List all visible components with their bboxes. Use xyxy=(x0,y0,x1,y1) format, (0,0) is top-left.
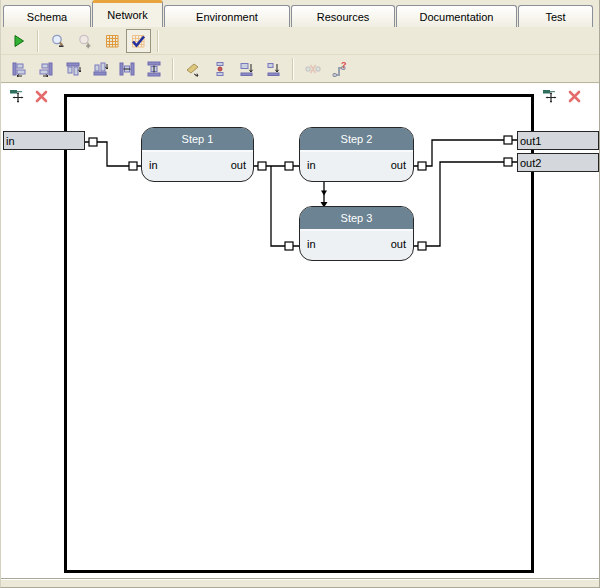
delete-port-icon[interactable] xyxy=(568,90,581,103)
zoom-out-icon xyxy=(50,33,66,49)
toolbar-separator xyxy=(157,30,159,52)
tab-label: Resources xyxy=(317,11,370,23)
zoom-in-button[interactable] xyxy=(72,29,97,53)
node-step2[interactable]: Step 2 in out xyxy=(299,127,414,182)
validate-connections-button[interactable]: ? xyxy=(327,57,352,81)
tab-test[interactable]: Test xyxy=(518,5,593,27)
tab-bar: Schema Network Environment Resources Doc… xyxy=(1,0,599,27)
grid-icon xyxy=(104,33,120,49)
canvas-corner-toolbar-left xyxy=(9,89,48,103)
align-right-icon xyxy=(38,61,54,77)
center-horizontal-icon xyxy=(119,61,135,77)
tab-environment[interactable]: Environment xyxy=(164,5,290,27)
move-port-icon[interactable] xyxy=(542,89,560,103)
status-bar xyxy=(1,578,599,588)
disconnect-icon xyxy=(305,61,321,77)
node-step1[interactable]: Step 1 in out xyxy=(141,127,254,182)
center-vertical-icon xyxy=(146,61,162,77)
node-input-label: in xyxy=(307,159,316,171)
zoom-in-icon xyxy=(77,33,93,49)
move-port-icon[interactable] xyxy=(9,89,27,103)
app-window: Schema Network Environment Resources Doc… xyxy=(0,0,600,588)
tab-schema[interactable]: Schema xyxy=(3,5,91,27)
run-icon xyxy=(11,33,27,49)
align-bottom-icon xyxy=(92,61,108,77)
tab-network[interactable]: Network xyxy=(92,0,163,27)
tab-resources[interactable]: Resources xyxy=(291,5,395,27)
grid-check-icon xyxy=(130,33,147,49)
node-step3[interactable]: Step 3 in out xyxy=(299,206,414,261)
space-down-button[interactable] xyxy=(207,57,232,81)
space-across-icon xyxy=(185,61,201,77)
same-width-icon xyxy=(239,61,255,77)
toolbar-separator xyxy=(37,30,39,52)
toolbar-row1 xyxy=(1,27,599,55)
tab-label: Test xyxy=(545,11,565,23)
node-title: Step 3 xyxy=(300,207,413,231)
align-bottom-button[interactable] xyxy=(87,57,112,81)
node-title: Step 1 xyxy=(142,128,253,152)
snap-grid-toggle[interactable] xyxy=(126,29,151,53)
space-across-button[interactable] xyxy=(180,57,205,81)
node-input-label: in xyxy=(149,159,158,171)
same-height-button[interactable] xyxy=(261,57,286,81)
center-horizontal-button[interactable] xyxy=(114,57,139,81)
grid-button[interactable] xyxy=(99,29,124,53)
delete-port-icon[interactable] xyxy=(35,90,48,103)
tab-label: Environment xyxy=(196,11,258,23)
toolbar-separator xyxy=(172,58,174,80)
align-left-icon xyxy=(11,61,27,77)
align-left-button[interactable] xyxy=(6,57,31,81)
output-port-out1[interactable]: out1 xyxy=(517,131,599,150)
same-width-button[interactable] xyxy=(234,57,259,81)
canvas-corner-toolbar-right xyxy=(542,89,581,103)
node-input-label: in xyxy=(307,238,316,250)
tab-documentation[interactable]: Documentation xyxy=(396,5,517,27)
align-top-icon xyxy=(65,61,81,77)
node-output-label: out xyxy=(391,159,406,171)
tab-label: Network xyxy=(107,9,147,21)
tab-label: Documentation xyxy=(420,11,494,23)
node-output-label: out xyxy=(231,159,246,171)
same-height-icon xyxy=(266,61,282,77)
network-canvas[interactable]: Step 1 in out Step 2 in out Step 3 in ou… xyxy=(1,83,599,578)
zoom-out-button[interactable] xyxy=(45,29,70,53)
run-button[interactable] xyxy=(6,29,31,53)
toolbar-separator xyxy=(292,58,294,80)
space-down-icon xyxy=(212,61,228,77)
port-label: in xyxy=(6,135,15,147)
disconnect-button[interactable] xyxy=(300,57,325,81)
validate-connections-icon: ? xyxy=(332,61,348,77)
toolbar-row2: ? xyxy=(1,55,599,83)
tab-label: Schema xyxy=(27,11,67,23)
port-label: out2 xyxy=(520,157,541,169)
port-label: out1 xyxy=(520,135,541,147)
output-port-out2[interactable]: out2 xyxy=(517,153,599,172)
node-output-label: out xyxy=(391,238,406,250)
center-vertical-button[interactable] xyxy=(141,57,166,81)
node-title: Step 2 xyxy=(300,128,413,152)
align-top-button[interactable] xyxy=(60,57,85,81)
input-port-in[interactable]: in xyxy=(3,131,85,150)
svg-text:?: ? xyxy=(341,61,347,70)
align-right-button[interactable] xyxy=(33,57,58,81)
